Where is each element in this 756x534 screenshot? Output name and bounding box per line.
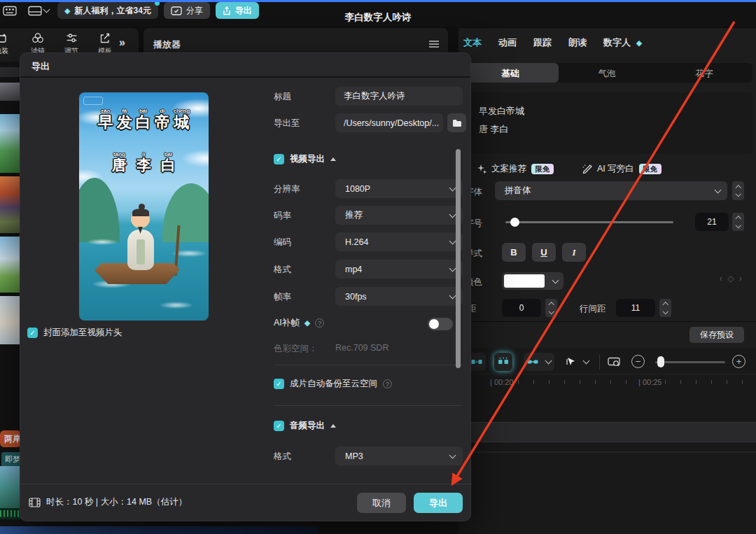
browse-folder-button[interactable]: [447, 113, 466, 132]
adjust-icon: [66, 32, 78, 44]
help-icon[interactable]: ?: [315, 318, 324, 328]
timeline-zoom-slider[interactable]: [655, 361, 725, 363]
preview-axis-icon: [608, 357, 620, 367]
ai-voiceover-button[interactable]: AI 写旁白 限免: [582, 163, 662, 175]
size-slider-handle[interactable]: [510, 218, 519, 227]
zoom-in-button[interactable]: +: [732, 355, 746, 368]
ruler-tick: [626, 380, 626, 384]
audio-format-select[interactable]: MP3: [335, 447, 463, 465]
bitrate-value: 推荐: [345, 209, 363, 221]
ruler-tick: [580, 380, 580, 384]
resolution-select[interactable]: 1080P: [335, 179, 463, 198]
destination-input[interactable]: /Users/sunny/Desktop/...: [335, 113, 443, 132]
expand-toolbar-button[interactable]: »: [119, 36, 124, 49]
media-thumb[interactable]: [0, 67, 20, 77]
font-select[interactable]: 拼音体: [495, 181, 727, 200]
save-preset-button[interactable]: 保存预设: [690, 327, 744, 343]
zoom-out-button[interactable]: −: [631, 355, 645, 368]
ruler-tick: [711, 380, 712, 384]
subtab-bubble[interactable]: 气泡: [559, 68, 655, 80]
subtab-basic[interactable]: 基础: [462, 68, 559, 80]
cloud-backup-row[interactable]: ✓ 成片自动备份至云空间 ?: [274, 378, 392, 390]
tab-tracking[interactable]: 跟踪: [533, 36, 552, 49]
free-badge: 限免: [531, 164, 554, 174]
chevron-down-icon: [715, 186, 722, 193]
bold-button[interactable]: B: [502, 243, 526, 262]
cover-char: fā发: [117, 108, 132, 130]
video-export-section[interactable]: ✓ 视频导出: [274, 153, 336, 165]
codec-select[interactable]: H.264: [335, 232, 463, 251]
format-label: 格式: [274, 264, 291, 276]
media-thumb[interactable]: [0, 296, 20, 344]
line-spacing-stepper[interactable]: [659, 299, 671, 317]
promo-button[interactable]: ◆ 新人福利，立省34元: [57, 2, 158, 19]
vip-diamond-icon: ◆: [304, 319, 310, 327]
cursor-tool[interactable]: [562, 353, 593, 371]
vip-diamond-icon: ◆: [636, 38, 642, 47]
tab-text[interactable]: 文本: [463, 36, 482, 49]
tab-digital-human-label: 数字人: [603, 37, 631, 48]
cover-title-line: zǎo早fā发bái白dì帝chéng城: [79, 108, 209, 130]
tab-animation[interactable]: 动画: [498, 36, 517, 49]
color-swatch: [504, 274, 545, 288]
dialog-scrollbar[interactable]: [456, 149, 461, 368]
preview-axis-tool[interactable]: [605, 353, 623, 371]
audio-format-label: 格式: [274, 451, 291, 463]
chevron-down-icon: [549, 308, 554, 314]
tab-digital-human[interactable]: 数字人 ◆: [603, 36, 642, 49]
export-confirm-button[interactable]: 导出: [414, 493, 463, 513]
cover-checkbox-row[interactable]: ✓ 封面添加至视频片头: [27, 327, 122, 339]
media-thumb[interactable]: [0, 114, 20, 173]
size-stepper[interactable]: [732, 213, 744, 231]
color-space-label: 色彩空间：: [274, 343, 318, 355]
media-thumb[interactable]: [0, 237, 20, 293]
subtitle-clip-badge[interactable]: 两岸: [0, 430, 21, 447]
audio-export-label: 音频导出: [290, 420, 325, 432]
preset-nav-icons[interactable]: ‹ ◇ ›: [720, 274, 743, 283]
timeline-zoom-handle[interactable]: [657, 356, 664, 367]
templates-icon: [99, 32, 111, 44]
link-tool[interactable]: [524, 353, 554, 371]
size-value[interactable]: 21: [695, 213, 729, 231]
title-field-input[interactable]: 李白数字人吟诗: [335, 87, 463, 106]
underline-button[interactable]: U: [532, 243, 556, 262]
subtab-fancy-text[interactable]: 花字: [656, 68, 752, 80]
italic-button[interactable]: I: [562, 243, 586, 262]
timeline-track[interactable]: [462, 422, 756, 442]
chevron-down-icon: [663, 308, 668, 314]
export-button-top[interactable]: 导出: [216, 2, 259, 19]
format-select[interactable]: mp4: [335, 260, 463, 279]
bitrate-select[interactable]: 推荐: [335, 206, 463, 225]
cover-author-line: táng唐lǐ李bái白: [79, 151, 209, 173]
video-clip-thumb[interactable]: [0, 466, 21, 508]
cover-checkbox-label: 封面添加至视频片头: [43, 327, 122, 339]
audio-export-section[interactable]: ✓ 音频导出: [274, 420, 336, 432]
char-spacing-value[interactable]: 0: [502, 299, 541, 317]
framerate-select[interactable]: 30fps: [335, 287, 463, 306]
audio-waveform: [0, 508, 21, 519]
copy-recommend-button[interactable]: 文案推荐 限免: [477, 163, 554, 175]
media-thumb[interactable]: [0, 176, 20, 233]
cursor-icon: [566, 357, 576, 367]
chevron-down-icon: [449, 237, 456, 244]
char-spacing-stepper[interactable]: [545, 299, 557, 317]
color-picker[interactable]: [502, 272, 564, 290]
packaging-icon: [0, 32, 8, 44]
player-menu-button[interactable]: [429, 39, 439, 49]
share-button[interactable]: 分享: [164, 2, 210, 19]
checkbox-checked-icon: ✓: [27, 328, 38, 338]
tab-readaloud[interactable]: 朗读: [568, 36, 587, 49]
font-stepper[interactable]: [732, 181, 744, 200]
line-spacing-value[interactable]: 11: [616, 299, 655, 317]
media-thumb[interactable]: [0, 83, 20, 101]
size-slider-track[interactable]: [505, 221, 673, 223]
ruler-tick: [595, 380, 596, 384]
toolbar-item-packaging[interactable]: 包装: [0, 32, 17, 56]
cover-char: lǐ李: [136, 151, 151, 173]
help-icon[interactable]: ?: [383, 379, 392, 388]
cancel-button[interactable]: 取消: [357, 493, 406, 513]
subtitle-text-input[interactable]: 早发白帝城 唐 李白: [462, 92, 752, 154]
magnet-snap-icon: [498, 357, 509, 367]
magnet-snap-tool-active[interactable]: [494, 353, 512, 371]
ai-frame-toggle[interactable]: [428, 318, 453, 330]
